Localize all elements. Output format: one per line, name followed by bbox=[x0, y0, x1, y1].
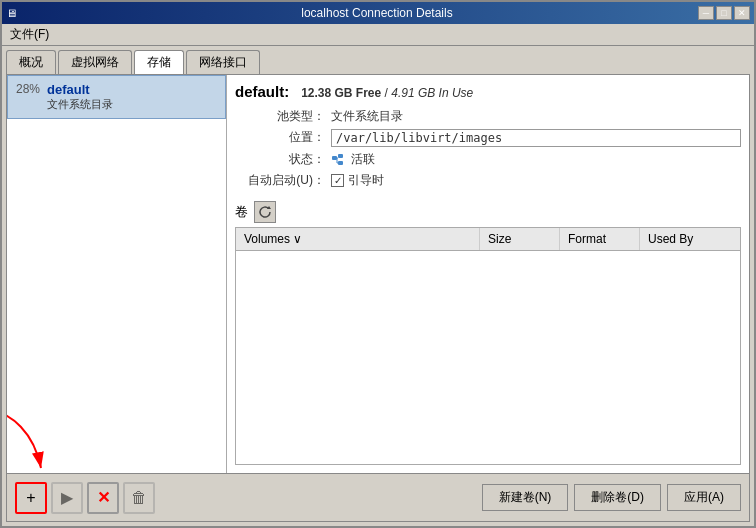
pool-type: 文件系统目录 bbox=[47, 97, 217, 112]
volumes-section: 卷 Volumes ∨ Size bbox=[235, 201, 741, 465]
svg-rect-2 bbox=[338, 161, 343, 165]
tab-content: 28% default 文件系统目录 default: 12.38 GB Fre… bbox=[6, 74, 750, 522]
volumes-table: Volumes ∨ Size Format Used By bbox=[235, 227, 741, 465]
volumes-header: 卷 bbox=[235, 201, 741, 223]
autostart-label: 引导时 bbox=[348, 172, 384, 189]
value-status: 活联 bbox=[331, 151, 741, 168]
value-location: /var/lib/libvirt/images bbox=[331, 129, 741, 147]
tab-virtual-network[interactable]: 虚拟网络 bbox=[58, 50, 132, 74]
file-menu[interactable]: 文件(F) bbox=[10, 27, 49, 41]
pool-item-default[interactable]: 28% default 文件系统目录 bbox=[7, 75, 226, 119]
maximize-button[interactable]: □ bbox=[716, 6, 732, 20]
bottom-bar: + ▶ ✕ 🗑 新建卷(N) 删除卷(D) 应用(A) bbox=[7, 473, 749, 521]
table-header: Volumes ∨ Size Format Used By bbox=[236, 228, 740, 251]
label-status: 状态： bbox=[235, 151, 325, 168]
col-format[interactable]: Format bbox=[560, 228, 640, 250]
svg-rect-0 bbox=[332, 156, 337, 160]
title-bar-controls: ─ □ ✕ bbox=[698, 6, 750, 20]
col-size[interactable]: Size bbox=[480, 228, 560, 250]
play-button[interactable]: ▶ bbox=[51, 482, 83, 514]
refresh-button[interactable] bbox=[254, 201, 276, 223]
label-location: 位置： bbox=[235, 129, 325, 147]
label-pool-type: 池类型： bbox=[235, 108, 325, 125]
minimize-button[interactable]: ─ bbox=[698, 6, 714, 20]
status-text: 活联 bbox=[351, 151, 375, 168]
pool-percentage: 28% bbox=[16, 82, 41, 96]
status-row: 活联 bbox=[331, 151, 741, 168]
refresh-icon bbox=[257, 204, 273, 220]
right-actions: 新建卷(N) 删除卷(D) 应用(A) bbox=[482, 484, 741, 511]
window-icon: 🖥 bbox=[6, 7, 56, 19]
new-volume-button[interactable]: 新建卷(N) bbox=[482, 484, 569, 511]
value-pool-type: 文件系统目录 bbox=[331, 108, 741, 125]
table-body bbox=[236, 251, 740, 464]
tab-storage[interactable]: 存储 bbox=[134, 50, 184, 75]
window-title: localhost Connection Details bbox=[56, 6, 698, 20]
left-panel: 28% default 文件系统目录 bbox=[7, 75, 227, 473]
svg-rect-1 bbox=[338, 154, 343, 158]
menu-bar: 文件(F) bbox=[2, 24, 754, 46]
col-usedby[interactable]: Used By bbox=[640, 228, 740, 250]
tab-overview[interactable]: 概况 bbox=[6, 50, 56, 74]
main-content: 28% default 文件系统目录 default: 12.38 GB Fre… bbox=[7, 75, 749, 473]
detail-stats: 12.38 GB Free / 4.91 GB In Use bbox=[301, 86, 473, 100]
title-bar: 🖥 localhost Connection Details ─ □ ✕ bbox=[2, 2, 754, 24]
detail-name: default: bbox=[235, 83, 289, 100]
pool-info: default 文件系统目录 bbox=[47, 82, 217, 112]
tab-network-interface[interactable]: 网络接口 bbox=[186, 50, 260, 74]
delete-volume-button[interactable]: 删除卷(D) bbox=[574, 484, 661, 511]
tabs-bar: 概况 虚拟网络 存储 网络接口 bbox=[2, 46, 754, 74]
inuse-space: 4.91 GB In Use bbox=[391, 86, 473, 100]
detail-header: default: 12.38 GB Free / 4.91 GB In Use bbox=[235, 83, 741, 100]
info-grid: 池类型： 文件系统目录 位置： /var/lib/libvirt/images … bbox=[235, 108, 741, 189]
free-space: 12.38 GB Free bbox=[301, 86, 381, 100]
pool-name: default bbox=[47, 82, 217, 97]
value-autostart: ✓ 引导时 bbox=[331, 172, 741, 189]
left-actions: + ▶ ✕ 🗑 bbox=[15, 482, 155, 514]
main-window: 🖥 localhost Connection Details ─ □ ✕ 文件(… bbox=[0, 0, 756, 528]
right-panel: default: 12.38 GB Free / 4.91 GB In Use … bbox=[227, 75, 749, 473]
status-icon bbox=[331, 152, 347, 168]
autostart-row: ✓ 引导时 bbox=[331, 172, 741, 189]
volumes-label: 卷 bbox=[235, 203, 248, 221]
label-autostart: 自动启动(U)： bbox=[235, 172, 325, 189]
delete-x-button[interactable]: ✕ bbox=[87, 482, 119, 514]
col-volumes[interactable]: Volumes ∨ bbox=[236, 228, 480, 250]
trash-button[interactable]: 🗑 bbox=[123, 482, 155, 514]
add-volume-button[interactable]: + bbox=[15, 482, 47, 514]
apply-button[interactable]: 应用(A) bbox=[667, 484, 741, 511]
autostart-checkbox[interactable]: ✓ bbox=[331, 174, 344, 187]
close-button[interactable]: ✕ bbox=[734, 6, 750, 20]
